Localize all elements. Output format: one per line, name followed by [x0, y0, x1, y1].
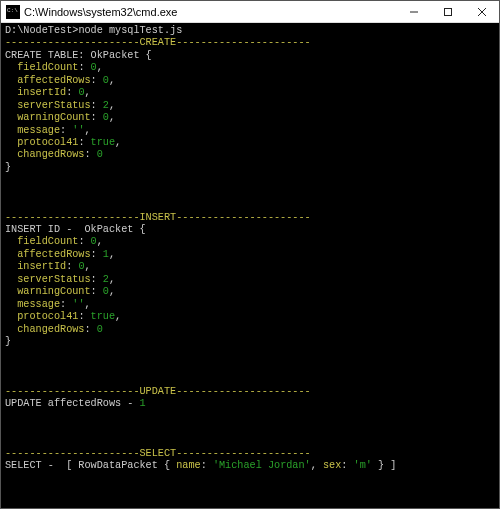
v: 0	[97, 149, 103, 160]
v: ''	[72, 125, 84, 136]
v: 2	[103, 274, 109, 285]
insert-header: INSERT ID - OkPacket {	[5, 224, 146, 235]
brace: }	[5, 336, 11, 347]
v: 0	[91, 236, 97, 247]
k: name	[176, 460, 200, 471]
k: changedRows	[17, 324, 84, 335]
cmd-window: C:\Windows\system32\cmd.exe D:\NodeTest>…	[0, 0, 500, 509]
select-prefix: SELECT - [ RowDataPacket {	[5, 460, 176, 471]
v: 0	[103, 112, 109, 123]
v: 1	[103, 249, 109, 260]
prompt-path: D:\NodeTest>	[5, 25, 78, 36]
update-line: UPDATE affectedRows -	[5, 398, 140, 409]
create-header: CREATE TABLE: OkPacket {	[5, 50, 152, 61]
select-suffix: } ]	[372, 460, 396, 471]
close-button[interactable]	[465, 1, 499, 22]
window-title: C:\Windows\system32\cmd.exe	[24, 6, 397, 18]
v: true	[91, 137, 115, 148]
k: protocol41	[17, 311, 78, 322]
k: sex	[323, 460, 341, 471]
k: warningCount	[17, 286, 90, 297]
v: 'm'	[354, 460, 372, 471]
divider-create: ----------------------CREATE------------…	[5, 37, 311, 48]
k: serverStatus	[17, 100, 90, 111]
divider-insert: ----------------------INSERT------------…	[5, 212, 311, 223]
prompt-command: node mysqlTest.js	[78, 25, 182, 36]
v: 0	[103, 75, 109, 86]
maximize-button[interactable]	[431, 1, 465, 22]
v: 1	[140, 398, 146, 409]
svg-rect-1	[445, 8, 452, 15]
k: message	[17, 125, 60, 136]
k: protocol41	[17, 137, 78, 148]
k: affectedRows	[17, 249, 90, 260]
v: 0	[103, 286, 109, 297]
titlebar[interactable]: C:\Windows\system32\cmd.exe	[1, 1, 499, 23]
v: 0	[97, 324, 103, 335]
k: message	[17, 299, 60, 310]
v: 0	[78, 261, 84, 272]
divider-update: ----------------------UPDATE------------…	[5, 386, 311, 397]
k: changedRows	[17, 149, 84, 160]
cmd-icon	[6, 5, 20, 19]
v: ''	[72, 299, 84, 310]
divider-select: ----------------------SELECT------------…	[5, 448, 311, 459]
k: fieldCount	[17, 62, 78, 73]
k: affectedRows	[17, 75, 90, 86]
k: fieldCount	[17, 236, 78, 247]
v: 0	[91, 62, 97, 73]
k: insertId	[17, 87, 66, 98]
v: 0	[78, 87, 84, 98]
k: serverStatus	[17, 274, 90, 285]
minimize-button[interactable]	[397, 1, 431, 22]
k: warningCount	[17, 112, 90, 123]
v: true	[91, 311, 115, 322]
brace: }	[5, 162, 11, 173]
k: insertId	[17, 261, 66, 272]
terminal-output[interactable]: D:\NodeTest>node mysqlTest.js ----------…	[1, 23, 499, 508]
v: 2	[103, 100, 109, 111]
window-controls	[397, 1, 499, 22]
v: 'Michael Jordan'	[213, 460, 311, 471]
